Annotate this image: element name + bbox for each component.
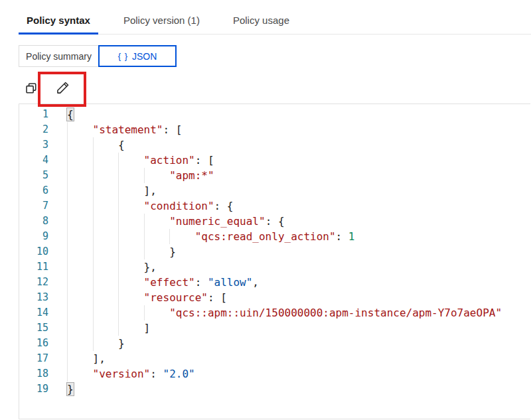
- line-number: 19: [19, 382, 48, 397]
- line-number: 1: [19, 107, 48, 122]
- code-token: "qcs:read_only_action": [195, 230, 336, 243]
- code-line[interactable]: 1{: [19, 107, 530, 122]
- copy-icon: [25, 82, 37, 96]
- view-switcher: Policy summary { } JSON: [19, 45, 177, 67]
- code-line[interactable]: 6 ],: [19, 183, 530, 198]
- tabs: Policy syntaxPolicy version (1)Policy us…: [19, 7, 531, 35]
- tab-json[interactable]: { } JSON: [98, 45, 177, 67]
- code-token: ],: [93, 352, 106, 365]
- line-number: 17: [19, 351, 48, 366]
- line-number: 5: [19, 168, 48, 183]
- code-text: }: [67, 382, 74, 397]
- code-line[interactable]: 4 "action": [: [19, 153, 530, 168]
- code-token: ]: [144, 322, 151, 334]
- code-token: : [: [163, 123, 183, 136]
- tab-policy-usage[interactable]: Policy usage: [225, 7, 297, 34]
- line-number: 6: [19, 183, 48, 198]
- code-text: "qcs:read_only_action": 1: [67, 229, 354, 244]
- code-text: "numeric_equal": {: [67, 214, 285, 229]
- code-line[interactable]: 18 "version": "2.0": [19, 366, 530, 382]
- code-token: : [: [208, 291, 227, 304]
- code-line[interactable]: 7 "condition": {: [19, 198, 530, 214]
- code-text: "condition": {: [67, 198, 233, 214]
- line-number: 18: [19, 366, 48, 382]
- code-line[interactable]: 19}: [19, 382, 530, 397]
- code-line[interactable]: 14 "qcs::apm::uin/150000000:apm-instance…: [19, 305, 530, 320]
- code-line[interactable]: 17 ],: [19, 351, 530, 366]
- code-token: "version": [93, 368, 151, 380]
- code-line[interactable]: 12 "effect": "allow",: [19, 275, 530, 290]
- code-token: "resource": [144, 291, 208, 304]
- code-line[interactable]: 11 },: [19, 259, 530, 275]
- code-text: "qcs::apm::uin/150000000:apm-instance/ap…: [67, 305, 502, 320]
- line-number: 11: [19, 259, 48, 275]
- code-text: "statement": [: [67, 122, 182, 137]
- code-token: "condition": [144, 200, 214, 212]
- copy-button[interactable]: [19, 77, 44, 101]
- pencil-icon: [56, 81, 70, 97]
- code-token: :: [336, 230, 348, 243]
- code-token: "effect": [144, 276, 195, 289]
- code-text: "effect": "allow",: [67, 275, 259, 290]
- code-token: }: [169, 245, 176, 258]
- code-line[interactable]: 8 "numeric_equal": {: [19, 214, 530, 229]
- code-token: ,: [252, 276, 259, 289]
- code-line[interactable]: 3 {: [19, 137, 530, 153]
- tab-policy-summary[interactable]: Policy summary: [19, 45, 99, 67]
- code-token: : {: [214, 200, 234, 212]
- line-number: 16: [19, 336, 48, 351]
- code-line[interactable]: 9 "qcs:read_only_action": 1: [19, 229, 530, 244]
- code-token: "action": [144, 154, 195, 167]
- code-token: }: [118, 337, 125, 350]
- line-number: 15: [19, 320, 48, 336]
- code-text: "resource": [: [67, 290, 227, 305]
- code-text: ],: [67, 351, 106, 366]
- code-text: },: [67, 259, 157, 275]
- line-number: 13: [19, 290, 48, 305]
- json-editor[interactable]: 1{2 "statement": [3 {4 "action": [5 "apm…: [19, 104, 530, 419]
- line-number: 12: [19, 275, 48, 290]
- tab-policy-syntax[interactable]: Policy syntax: [19, 7, 98, 34]
- code-token: : [: [195, 154, 214, 167]
- policy-summary-label: Policy summary: [26, 51, 92, 62]
- code-token: "apm:*": [169, 169, 214, 182]
- code-token: },: [144, 261, 157, 273]
- json-label: JSON: [132, 51, 157, 62]
- tab-policy-version[interactable]: Policy version (1): [115, 7, 208, 34]
- code-text: "action": [: [67, 153, 214, 168]
- code-token: 1: [348, 230, 355, 243]
- code-token: "allow": [208, 276, 252, 289]
- code-text: ]: [67, 320, 150, 336]
- line-number: 4: [19, 153, 48, 168]
- line-number: 10: [19, 244, 48, 259]
- line-number: 7: [19, 198, 48, 214]
- code-line[interactable]: 16 }: [19, 336, 530, 351]
- code-token: "statement": [93, 123, 163, 136]
- code-line[interactable]: 10 }: [19, 244, 530, 259]
- code-token: ],: [144, 184, 157, 197]
- line-number: 8: [19, 214, 48, 229]
- code-text: ],: [67, 183, 157, 198]
- line-number: 14: [19, 305, 48, 320]
- editor-toolbar: [19, 77, 75, 101]
- code-text: "version": "2.0": [67, 366, 195, 382]
- code-token: "2.0": [163, 368, 195, 380]
- code-line[interactable]: 15 ]: [19, 320, 530, 336]
- code-text: }: [67, 336, 125, 351]
- code-line[interactable]: 2 "statement": [: [19, 122, 530, 137]
- code-text: {: [67, 107, 74, 122]
- code-lines: 1{2 "statement": [3 {4 "action": [5 "apm…: [19, 107, 530, 397]
- bracket-match: {: [67, 108, 74, 121]
- edit-button[interactable]: [50, 77, 75, 101]
- code-line[interactable]: 5 "apm:*": [19, 168, 530, 183]
- code-line[interactable]: 13 "resource": [: [19, 290, 530, 305]
- code-token: : {: [266, 215, 285, 228]
- code-token: "qcs::apm::uin/150000000:apm-instance/ap…: [169, 307, 502, 319]
- line-number: 9: [19, 229, 48, 244]
- braces-icon: { }: [118, 51, 128, 61]
- code-token: {: [118, 139, 125, 151]
- code-text: }: [67, 244, 176, 259]
- line-number: 2: [19, 122, 48, 137]
- bracket-match: }: [67, 383, 74, 395]
- code-token: "numeric_equal": [169, 215, 266, 228]
